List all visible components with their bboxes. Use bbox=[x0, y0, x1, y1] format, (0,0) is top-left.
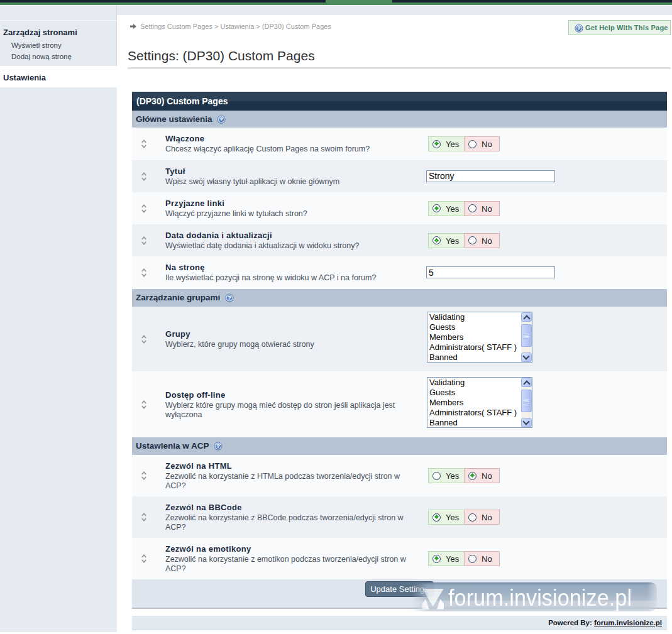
svg-text:?: ? bbox=[219, 116, 223, 123]
svg-text:?: ? bbox=[228, 294, 231, 301]
svg-text:?: ? bbox=[577, 25, 581, 31]
svg-text:?: ? bbox=[216, 442, 220, 449]
